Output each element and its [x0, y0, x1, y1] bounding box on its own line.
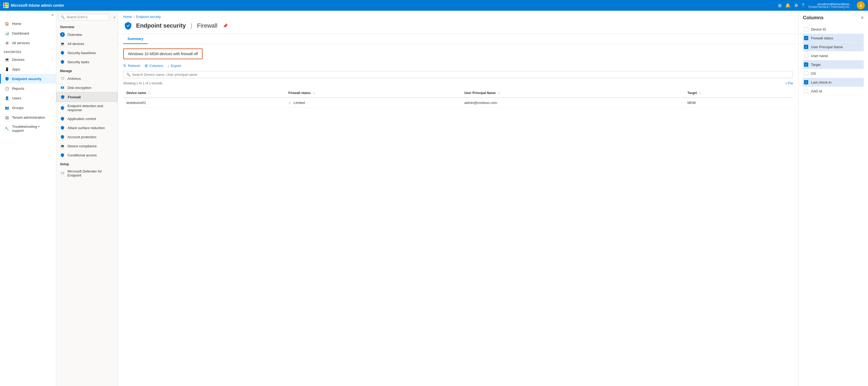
groups-icon: 👥	[5, 105, 9, 110]
user-email: secadmin@farhanqfirew...	[817, 2, 851, 6]
search-bar[interactable]: 🔍	[123, 71, 793, 78]
main-page: Home › Endpoint security Endpoint securi…	[118, 11, 798, 386]
refresh-button[interactable]: ↻ Refresh	[123, 63, 141, 68]
column-checkbox-user-name[interactable]	[804, 54, 808, 58]
topbar: Microsoft Intune admin center ⊞ 🔔 ⚙ ? se…	[0, 0, 868, 11]
bell-icon[interactable]: 🔔	[785, 3, 790, 8]
device-search-input[interactable]	[132, 73, 790, 76]
report-content: Windows 10 MDM devices with firewall off…	[123, 49, 793, 382]
edr-icon	[60, 105, 65, 110]
column-checkbox-device-id[interactable]	[804, 27, 808, 31]
breadcrumb-section[interactable]: Endpoint security	[136, 15, 161, 19]
nav-label-disk-encryption: Disk encryption	[67, 86, 91, 90]
sidebar-collapse-btn[interactable]: «	[0, 11, 56, 19]
nav-item-security-tasks[interactable]: Security tasks	[56, 57, 118, 66]
column-checkbox-upn[interactable]: ✓	[804, 45, 808, 49]
nav-item-attack-surface[interactable]: Attack surface reduction	[56, 123, 118, 132]
column-checkbox-aad-id[interactable]	[804, 89, 808, 93]
nav-item-disk-encryption[interactable]: Disk encryption	[56, 83, 118, 92]
wrench-icon: 🔧	[5, 126, 9, 131]
nav-section-manage: Manage	[56, 66, 118, 74]
sidebar-item-reports[interactable]: 📋 Reports	[0, 84, 56, 93]
col-firewall-status[interactable]: Firewall status ↑↓	[285, 88, 461, 98]
nav-item-overview[interactable]: i Overview	[56, 30, 118, 39]
nav-item-all-devices[interactable]: 💻 All devices	[56, 39, 118, 48]
sidebar-label-tenant-admin: Tenant administration	[12, 116, 45, 120]
column-item-aad-id: AAD Id	[803, 87, 864, 96]
nav-collapse-icon[interactable]: «	[113, 15, 116, 19]
sort-firewall-status[interactable]: ↑↓	[313, 92, 315, 95]
tab-summary[interactable]: Summary	[123, 34, 148, 44]
nav-label-antivirus: Antivirus	[67, 76, 81, 81]
search-icon: 🔍	[61, 15, 65, 19]
sort-device-name[interactable]: ↑↓	[148, 92, 151, 95]
nav-label-firewall: Firewall	[68, 95, 81, 99]
search-input[interactable]	[66, 15, 107, 19]
cell-upn: admin@contoso.com	[461, 98, 684, 108]
sidebar-item-endpoint-security[interactable]: Endpoint security	[0, 74, 56, 84]
columns-close-button[interactable]: ×	[861, 15, 864, 21]
collapse-icon[interactable]: «	[52, 12, 54, 17]
secondary-search-box[interactable]: 🔍	[58, 14, 109, 20]
sidebar-item-tenant-admin[interactable]: 🏢 Tenant administration	[0, 112, 56, 122]
avatar[interactable]: S	[857, 1, 865, 9]
breadcrumb-home[interactable]: Home	[123, 15, 132, 19]
refresh-icon: ↻	[123, 63, 126, 68]
column-checkbox-os[interactable]	[804, 71, 808, 75]
column-checkbox-last-checkin[interactable]: ✓	[804, 80, 808, 85]
column-item-last-checkin: ✓ Last check-in	[803, 78, 864, 87]
sidebar-item-dashboard[interactable]: 📊 Dashboard	[0, 28, 56, 38]
svg-rect-1	[6, 3, 8, 5]
export-button[interactable]: ↓ Export	[167, 63, 181, 68]
sidebar-label-endpoint-security: Endpoint security	[12, 77, 41, 81]
nav-item-edr[interactable]: Endpoint detection and response	[56, 102, 118, 114]
col-upn[interactable]: User Principal Name ↑↓	[461, 88, 684, 98]
col-device-name[interactable]: Device name ↑↓	[123, 88, 285, 98]
antivirus-icon: 🛡	[60, 76, 65, 81]
conditional-access-icon	[60, 153, 65, 158]
sidebar-item-apps[interactable]: 📱 Apps	[0, 64, 56, 74]
col-target[interactable]: Target ↑↓	[684, 88, 793, 98]
help-icon[interactable]: ?	[802, 3, 804, 8]
nav-item-security-baselines[interactable]: Security baselines	[56, 48, 118, 57]
topbar-actions: ⊞ 🔔 ⚙ ? secadmin@farhanqfirew... TENANTM…	[778, 1, 865, 9]
sidebar-item-users[interactable]: 👤 Users	[0, 93, 56, 103]
svg-rect-0	[4, 3, 6, 5]
sort-target[interactable]: ↑↓	[699, 92, 702, 95]
sidebar-item-troubleshooting[interactable]: 🔧 Troubleshooting + support	[0, 122, 56, 135]
sidebar-item-groups[interactable]: 👥 Groups	[0, 103, 56, 112]
sidebar-item-devices[interactable]: 💻 Devices	[0, 55, 56, 64]
pin-icon[interactable]: 📌	[223, 23, 228, 28]
report-card-highlight[interactable]: Windows 10 MDM devices with firewall off	[123, 49, 203, 59]
nav-item-conditional-access[interactable]: Conditional access	[56, 151, 118, 160]
column-checkbox-firewall-status[interactable]: ✓	[804, 36, 808, 40]
nav-item-antivirus[interactable]: 🛡 Antivirus	[56, 74, 118, 83]
nav-section-setup: Setup	[56, 160, 118, 167]
pagination-prev[interactable]: < Pre	[785, 82, 793, 85]
sidebar-item-all-services[interactable]: ⊞ All services	[0, 38, 56, 48]
cell-device-name: testdevice01	[123, 98, 285, 108]
table-row[interactable]: testdevice01 ⚠ Limited admin@contoso.com…	[123, 98, 793, 108]
secondary-nav: 🔍 « Overview i Overview 💻 All devices Se…	[56, 11, 118, 386]
export-icon: ↓	[167, 63, 169, 68]
columns-button[interactable]: ⊞ Columns	[145, 63, 163, 68]
nav-label-overview: Overview	[67, 33, 82, 37]
sidebar-label-dashboard: Dashboard	[12, 31, 29, 35]
account-protection-icon	[60, 134, 65, 139]
nav-item-ms-defender[interactable]: 🛡 Microsoft Defender for Endpoint	[56, 167, 118, 180]
sidebar-item-home[interactable]: 🏠 Home	[0, 19, 56, 28]
settings-icon[interactable]: ⚙	[794, 3, 798, 8]
nav-item-firewall[interactable]: Firewall	[56, 92, 118, 102]
portal-icon[interactable]: ⊞	[778, 3, 781, 8]
disk-encryption-icon	[60, 85, 65, 90]
nav-item-device-compliance[interactable]: 💻 Device compliance	[56, 141, 118, 151]
toolbar: ↻ Refresh ⊞ Columns ↓ Export	[123, 63, 793, 68]
sort-upn[interactable]: ↑↓	[497, 92, 500, 95]
nav-item-account-protection[interactable]: Account protection	[56, 132, 118, 141]
column-checkbox-target[interactable]: ✓	[804, 62, 808, 67]
nav-item-app-control[interactable]: Application control	[56, 114, 118, 123]
sidebar: « 🏠 Home 📊 Dashboard ⊞ All services FAVO…	[0, 11, 56, 386]
nav-label-security-baselines: Security baselines	[67, 51, 96, 55]
column-label-upn: User Principal Name	[811, 45, 843, 49]
columns-panel: Columns × Device ID ✓ Firewall status ✓ …	[798, 11, 868, 386]
